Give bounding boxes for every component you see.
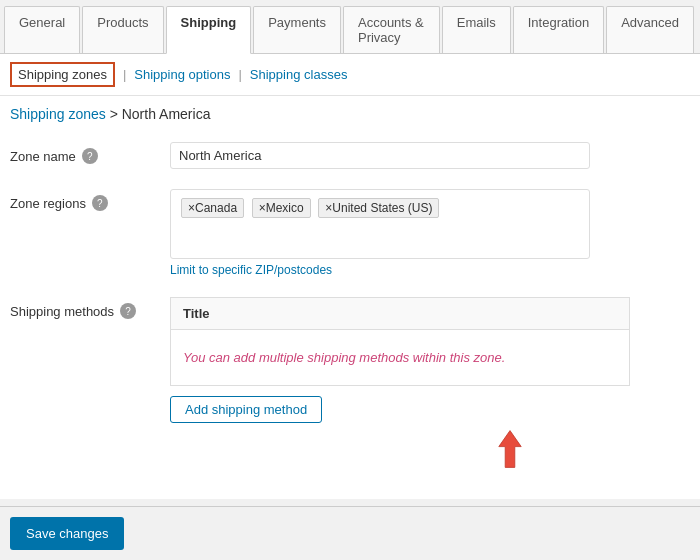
breadcrumb-current: North America [122,106,211,122]
svg-marker-0 [499,431,521,468]
tab-products[interactable]: Products [82,6,163,53]
tab-general[interactable]: General [4,6,80,53]
tag-mexico-x: × [259,201,266,215]
tab-integration[interactable]: Integration [513,6,604,53]
tag-mexico[interactable]: × Mexico [252,198,311,218]
zone-name-input[interactable] [170,142,590,169]
bottom-bar: Save changes [0,506,700,560]
breadcrumb-parent[interactable]: Shipping zones [10,106,106,122]
shipping-methods-row: Shipping methods ? Title You can add mul… [10,297,690,469]
zone-name-field-wrap [170,142,690,169]
tab-advanced[interactable]: Advanced [606,6,694,53]
subnav-shipping-options[interactable]: Shipping options [134,67,230,82]
table-empty-row: You can add multiple shipping methods wi… [171,330,630,386]
save-changes-button[interactable]: Save changes [10,517,124,550]
tags-box[interactable]: × Canada × Mexico × United States (US) [170,189,590,259]
tag-canada-x: × [188,201,195,215]
zone-regions-label: Zone regions ? [10,189,170,211]
arrow-annotation [330,429,690,469]
subnav-shipping-classes[interactable]: Shipping classes [250,67,348,82]
shipping-methods-help-icon[interactable]: ? [120,303,136,319]
sub-nav: Shipping zones | Shipping options | Ship… [0,54,700,96]
nav-tabs: General Products Shipping Payments Accou… [0,0,700,54]
empty-message: You can add multiple shipping methods wi… [171,330,630,386]
zone-regions-help-icon[interactable]: ? [92,195,108,211]
tag-united-states-x: × [325,201,332,215]
table-col-title: Title [171,298,630,330]
breadcrumb-separator: > [110,106,122,122]
subnav-shipping-zones[interactable]: Shipping zones [10,62,115,87]
tab-payments[interactable]: Payments [253,6,341,53]
shipping-methods-label: Shipping methods ? [10,297,170,319]
zone-name-row: Zone name ? [10,142,690,169]
zip-limit-link[interactable]: Limit to specific ZIP/postcodes [170,263,690,277]
add-shipping-method-button[interactable]: Add shipping method [170,396,322,423]
subnav-divider-1: | [123,67,126,82]
zone-name-label: Zone name ? [10,142,170,164]
tab-accounts-privacy[interactable]: Accounts & Privacy [343,6,440,53]
form-area: Zone name ? Zone regions ? × Canada [0,132,700,499]
tag-united-states[interactable]: × United States (US) [318,198,439,218]
zone-regions-row: Zone regions ? × Canada × Mexico × Unite… [10,189,690,277]
shipping-methods-field-wrap: Title You can add multiple shipping meth… [170,297,690,469]
shipping-methods-table: Title You can add multiple shipping meth… [170,297,630,386]
tag-canada[interactable]: × Canada [181,198,244,218]
arrow-up-icon [490,429,530,469]
breadcrumb: Shipping zones > North America [0,96,700,132]
zone-name-help-icon[interactable]: ? [82,148,98,164]
subnav-divider-2: | [238,67,241,82]
zone-regions-field-wrap: × Canada × Mexico × United States (US) L… [170,189,690,277]
main-content: Shipping zones | Shipping options | Ship… [0,54,700,499]
tab-shipping[interactable]: Shipping [166,6,252,54]
tab-emails[interactable]: Emails [442,6,511,53]
